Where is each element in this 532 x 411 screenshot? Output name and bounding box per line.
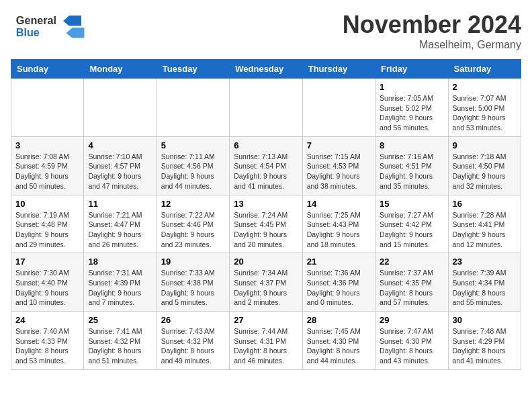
day-number: 22 — [380, 257, 443, 267]
day-number: 28 — [307, 315, 371, 325]
svg-marker-2 — [63, 15, 81, 26]
day-info: Sunrise: 7:43 AM Sunset: 4:32 PM Dayligh… — [161, 326, 225, 366]
day-number: 4 — [88, 140, 152, 150]
calendar-cell — [157, 79, 229, 137]
calendar-cell: 25Sunrise: 7:41 AM Sunset: 4:32 PM Dayli… — [84, 312, 157, 370]
day-number: 9 — [453, 140, 517, 150]
day-number: 30 — [453, 315, 517, 325]
day-number: 27 — [234, 315, 298, 325]
calendar-cell: 21Sunrise: 7:36 AM Sunset: 4:36 PM Dayli… — [302, 253, 375, 312]
day-number: 6 — [234, 140, 298, 150]
calendar-cell: 1Sunrise: 7:05 AM Sunset: 5:02 PM Daylig… — [375, 79, 448, 137]
day-number: 12 — [161, 199, 225, 209]
weekday-header-saturday: Saturday — [448, 60, 521, 79]
weekday-header-sunday: Sunday — [11, 60, 84, 79]
weekday-header-friday: Friday — [375, 60, 448, 79]
day-info: Sunrise: 7:15 AM Sunset: 4:53 PM Dayligh… — [307, 152, 371, 191]
day-info: Sunrise: 7:28 AM Sunset: 4:41 PM Dayligh… — [453, 210, 517, 250]
calendar-cell: 20Sunrise: 7:34 AM Sunset: 4:37 PM Dayli… — [230, 253, 302, 312]
calendar-cell: 13Sunrise: 7:24 AM Sunset: 4:45 PM Dayli… — [230, 195, 302, 253]
calendar-week-5: 24Sunrise: 7:40 AM Sunset: 4:33 PM Dayli… — [11, 312, 521, 370]
day-number: 15 — [380, 199, 443, 209]
weekday-header-row: SundayMondayTuesdayWednesdayThursdayFrid… — [11, 60, 521, 79]
location: Maselheim, Germany — [343, 39, 521, 51]
calendar-cell: 15Sunrise: 7:27 AM Sunset: 4:42 PM Dayli… — [375, 195, 448, 253]
weekday-header-wednesday: Wednesday — [230, 60, 302, 79]
day-info: Sunrise: 7:33 AM Sunset: 4:38 PM Dayligh… — [161, 268, 225, 308]
svg-marker-3 — [66, 28, 85, 38]
calendar-table: SundayMondayTuesdayWednesdayThursdayFrid… — [11, 59, 521, 370]
calendar-cell: 8Sunrise: 7:16 AM Sunset: 4:51 PM Daylig… — [375, 136, 448, 195]
day-info: Sunrise: 7:30 AM Sunset: 4:40 PM Dayligh… — [15, 268, 79, 308]
day-info: Sunrise: 7:05 AM Sunset: 5:02 PM Dayligh… — [380, 93, 443, 133]
day-number: 21 — [307, 257, 371, 267]
calendar-cell: 10Sunrise: 7:19 AM Sunset: 4:48 PM Dayli… — [11, 195, 84, 253]
day-number: 18 — [88, 257, 152, 267]
day-info: Sunrise: 7:21 AM Sunset: 4:47 PM Dayligh… — [88, 210, 152, 250]
calendar-cell: 6Sunrise: 7:13 AM Sunset: 4:54 PM Daylig… — [230, 136, 302, 195]
day-info: Sunrise: 7:16 AM Sunset: 4:51 PM Dayligh… — [380, 152, 443, 191]
calendar-cell — [230, 79, 302, 137]
day-info: Sunrise: 7:25 AM Sunset: 4:43 PM Dayligh… — [307, 210, 371, 250]
calendar-cell: 11Sunrise: 7:21 AM Sunset: 4:47 PM Dayli… — [84, 195, 157, 253]
weekday-header-monday: Monday — [84, 60, 157, 79]
month-title: November 2024 — [343, 11, 521, 39]
page-header: General Blue November 2024 Maselheim, Ge… — [11, 11, 521, 51]
weekday-header-tuesday: Tuesday — [157, 60, 229, 79]
day-info: Sunrise: 7:41 AM Sunset: 4:32 PM Dayligh… — [88, 326, 152, 366]
logo-svg: General Blue — [11, 11, 91, 41]
day-number: 5 — [161, 140, 225, 150]
calendar-cell: 3Sunrise: 7:08 AM Sunset: 4:59 PM Daylig… — [11, 136, 84, 195]
svg-text:Blue: Blue — [16, 26, 40, 38]
day-number: 7 — [307, 140, 371, 150]
calendar-week-2: 3Sunrise: 7:08 AM Sunset: 4:59 PM Daylig… — [11, 136, 521, 195]
day-info: Sunrise: 7:44 AM Sunset: 4:31 PM Dayligh… — [234, 326, 298, 366]
calendar-cell: 19Sunrise: 7:33 AM Sunset: 4:38 PM Dayli… — [157, 253, 229, 312]
calendar-cell: 9Sunrise: 7:18 AM Sunset: 4:50 PM Daylig… — [448, 136, 521, 195]
day-number: 23 — [453, 257, 517, 267]
day-number: 25 — [88, 315, 152, 325]
calendar-cell: 27Sunrise: 7:44 AM Sunset: 4:31 PM Dayli… — [230, 312, 302, 370]
day-number: 10 — [15, 199, 79, 209]
day-info: Sunrise: 7:10 AM Sunset: 4:57 PM Dayligh… — [88, 152, 152, 191]
day-number: 20 — [234, 257, 298, 267]
weekday-header-thursday: Thursday — [302, 60, 375, 79]
day-number: 24 — [15, 315, 79, 325]
day-info: Sunrise: 7:37 AM Sunset: 4:35 PM Dayligh… — [380, 268, 443, 308]
day-info: Sunrise: 7:19 AM Sunset: 4:48 PM Dayligh… — [15, 210, 79, 250]
day-info: Sunrise: 7:45 AM Sunset: 4:30 PM Dayligh… — [307, 326, 371, 366]
calendar-cell: 29Sunrise: 7:47 AM Sunset: 4:30 PM Dayli… — [375, 312, 448, 370]
day-number: 13 — [234, 199, 298, 209]
svg-text:General: General — [16, 14, 56, 26]
day-info: Sunrise: 7:31 AM Sunset: 4:39 PM Dayligh… — [88, 268, 152, 308]
day-info: Sunrise: 7:27 AM Sunset: 4:42 PM Dayligh… — [380, 210, 443, 250]
day-number: 19 — [161, 257, 225, 267]
calendar-week-4: 17Sunrise: 7:30 AM Sunset: 4:40 PM Dayli… — [11, 253, 521, 312]
day-number: 8 — [380, 140, 443, 150]
day-number: 11 — [88, 199, 152, 209]
day-number: 1 — [380, 82, 443, 92]
day-number: 3 — [15, 140, 79, 150]
calendar-cell — [11, 79, 84, 137]
day-number: 26 — [161, 315, 225, 325]
day-info: Sunrise: 7:40 AM Sunset: 4:33 PM Dayligh… — [15, 326, 79, 366]
day-number: 29 — [380, 315, 443, 325]
day-info: Sunrise: 7:36 AM Sunset: 4:36 PM Dayligh… — [307, 268, 371, 308]
day-number: 17 — [15, 257, 79, 267]
day-info: Sunrise: 7:34 AM Sunset: 4:37 PM Dayligh… — [234, 268, 298, 308]
calendar-cell — [84, 79, 157, 137]
day-info: Sunrise: 7:07 AM Sunset: 5:00 PM Dayligh… — [453, 93, 517, 133]
calendar-week-3: 10Sunrise: 7:19 AM Sunset: 4:48 PM Dayli… — [11, 195, 521, 253]
calendar-cell: 23Sunrise: 7:39 AM Sunset: 4:34 PM Dayli… — [448, 253, 521, 312]
calendar-cell: 18Sunrise: 7:31 AM Sunset: 4:39 PM Dayli… — [84, 253, 157, 312]
day-number: 16 — [453, 199, 517, 209]
logo: General Blue — [11, 11, 91, 41]
title-block: November 2024 Maselheim, Germany — [343, 11, 521, 51]
day-info: Sunrise: 7:08 AM Sunset: 4:59 PM Dayligh… — [15, 152, 79, 191]
calendar-cell: 22Sunrise: 7:37 AM Sunset: 4:35 PM Dayli… — [375, 253, 448, 312]
calendar-cell — [302, 79, 375, 137]
day-number: 14 — [307, 199, 371, 209]
day-info: Sunrise: 7:13 AM Sunset: 4:54 PM Dayligh… — [234, 152, 298, 191]
day-info: Sunrise: 7:48 AM Sunset: 4:29 PM Dayligh… — [453, 326, 517, 366]
calendar-cell: 30Sunrise: 7:48 AM Sunset: 4:29 PM Dayli… — [448, 312, 521, 370]
